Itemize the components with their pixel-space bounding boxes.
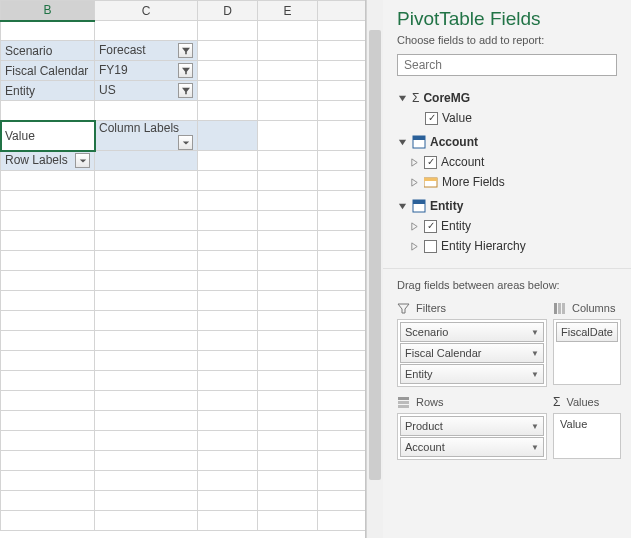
chip-fiscal-calendar[interactable]: Fiscal Calendar▼: [400, 343, 544, 363]
collapse-icon[interactable]: [397, 93, 408, 104]
chip-account[interactable]: Account▼: [400, 437, 544, 457]
chevron-down-icon[interactable]: ▼: [531, 328, 539, 337]
svg-rect-11: [398, 405, 409, 408]
more-fields-label: More Fields: [442, 175, 505, 189]
checkbox-account[interactable]: [424, 156, 437, 169]
pivottable-fields-pane: PivotTable Fields Choose fields to add t…: [383, 0, 631, 538]
columns-icon: [553, 302, 566, 315]
filter-dropdown-scenario[interactable]: [178, 43, 193, 58]
expand-icon[interactable]: [409, 177, 420, 188]
more-fields-account[interactable]: More Fields: [397, 172, 617, 192]
svg-rect-3: [424, 178, 437, 181]
col-header-e[interactable]: E: [258, 1, 318, 21]
expand-icon[interactable]: [409, 221, 420, 232]
col-header-b[interactable]: B: [1, 1, 95, 21]
area-title: Values: [566, 396, 599, 408]
filter-label-entity[interactable]: Entity: [1, 81, 95, 101]
cell[interactable]: [258, 21, 318, 41]
filter-dropdown-fiscal[interactable]: [178, 63, 193, 78]
collapse-icon[interactable]: [397, 137, 408, 148]
row-labels-dropdown[interactable]: [75, 153, 90, 168]
column-labels-dropdown[interactable]: [178, 135, 193, 150]
chip-fiscaldate[interactable]: FiscalDate: [556, 322, 618, 342]
field-entity-hierarchy[interactable]: Entity Hierarchy: [397, 236, 617, 256]
drop-areas: Filters Scenario▼ Fiscal Calendar▼ Entit…: [383, 297, 631, 468]
svg-rect-7: [558, 303, 561, 314]
area-columns: Columns FiscalDate: [553, 297, 621, 387]
table-icon: [412, 135, 426, 149]
drag-hint: Drag fields between areas below:: [383, 268, 631, 297]
checkbox-entity[interactable]: [424, 220, 437, 233]
cells-table[interactable]: B C D E Scenario Forecast Fiscal Calenda…: [0, 0, 366, 531]
sigma-icon: Σ: [412, 91, 419, 105]
search-input[interactable]: [397, 54, 617, 76]
vertical-scrollbar[interactable]: [366, 0, 383, 538]
field-value[interactable]: Value: [397, 108, 617, 128]
area-title: Rows: [416, 396, 444, 408]
value-item[interactable]: Value: [555, 415, 619, 433]
svg-rect-1: [413, 136, 425, 140]
checkbox-value[interactable]: [425, 112, 438, 125]
filter-value-fiscal[interactable]: FY19: [95, 61, 198, 81]
filter-label-scenario[interactable]: Scenario: [1, 41, 95, 61]
group-entity[interactable]: Entity: [397, 196, 617, 216]
cell[interactable]: [95, 21, 198, 41]
table-icon: [412, 199, 426, 213]
cell[interactable]: [95, 151, 198, 171]
filters-drop[interactable]: Scenario▼ Fiscal Calendar▼ Entity▼: [397, 319, 547, 387]
svg-rect-10: [398, 401, 409, 404]
cell-row-labels[interactable]: Row Labels: [1, 151, 95, 171]
field-entity[interactable]: Entity: [397, 216, 617, 236]
filter-label-fiscal[interactable]: Fiscal Calendar: [1, 61, 95, 81]
pane-subtitle: Choose fields to add to report:: [383, 34, 631, 54]
cell-column-labels[interactable]: Column Labels: [95, 121, 198, 151]
chip-entity[interactable]: Entity▼: [400, 364, 544, 384]
scrollbar-thumb[interactable]: [369, 30, 381, 480]
area-title: Columns: [572, 302, 615, 314]
chevron-down-icon[interactable]: ▼: [531, 443, 539, 452]
rows-icon: [397, 396, 410, 409]
col-header-c[interactable]: C: [95, 1, 198, 21]
col-header-d[interactable]: D: [198, 1, 258, 21]
cell[interactable]: [1, 21, 95, 41]
chevron-down-icon[interactable]: ▼: [531, 370, 539, 379]
field-label: Entity: [441, 219, 471, 233]
field-list: Σ CoreMG Value Account Account: [383, 84, 631, 264]
field-label: Account: [441, 155, 484, 169]
filter-dropdown-entity[interactable]: [178, 83, 193, 98]
svg-rect-6: [554, 303, 557, 314]
more-fields-icon: [424, 176, 438, 188]
checkbox-entity-hierarchy[interactable]: [424, 240, 437, 253]
group-label: Entity: [430, 199, 463, 213]
chip-scenario[interactable]: Scenario▼: [400, 322, 544, 342]
group-label: Account: [430, 135, 478, 149]
filter-icon: [397, 302, 410, 315]
chevron-down-icon[interactable]: ▼: [531, 349, 539, 358]
area-values: Σ Values Value: [553, 391, 621, 460]
filter-value-entity[interactable]: US: [95, 81, 198, 101]
field-label: Value: [442, 111, 472, 125]
spreadsheet-grid: B C D E Scenario Forecast Fiscal Calenda…: [0, 0, 366, 538]
expand-icon[interactable]: [409, 241, 420, 252]
cell[interactable]: [198, 21, 258, 41]
columns-drop[interactable]: FiscalDate: [553, 319, 621, 385]
svg-rect-5: [413, 200, 425, 204]
collapse-icon[interactable]: [397, 201, 408, 212]
area-filters: Filters Scenario▼ Fiscal Calendar▼ Entit…: [397, 297, 547, 387]
group-coremg[interactable]: Σ CoreMG: [397, 88, 617, 108]
search-box: [397, 54, 617, 76]
svg-rect-8: [562, 303, 565, 314]
field-account[interactable]: Account: [397, 152, 617, 172]
filter-value-scenario[interactable]: Forecast: [95, 41, 198, 61]
chip-product[interactable]: Product▼: [400, 416, 544, 436]
field-label: Entity Hierarchy: [441, 239, 526, 253]
cell-value-header[interactable]: Value: [1, 121, 95, 151]
area-title: Filters: [416, 302, 446, 314]
expand-icon[interactable]: [409, 157, 420, 168]
group-account[interactable]: Account: [397, 132, 617, 152]
rows-drop[interactable]: Product▼ Account▼: [397, 413, 547, 460]
chevron-down-icon[interactable]: ▼: [531, 422, 539, 431]
values-drop[interactable]: Value: [553, 413, 621, 459]
col-header-f[interactable]: [318, 1, 367, 21]
group-label: CoreMG: [423, 91, 470, 105]
